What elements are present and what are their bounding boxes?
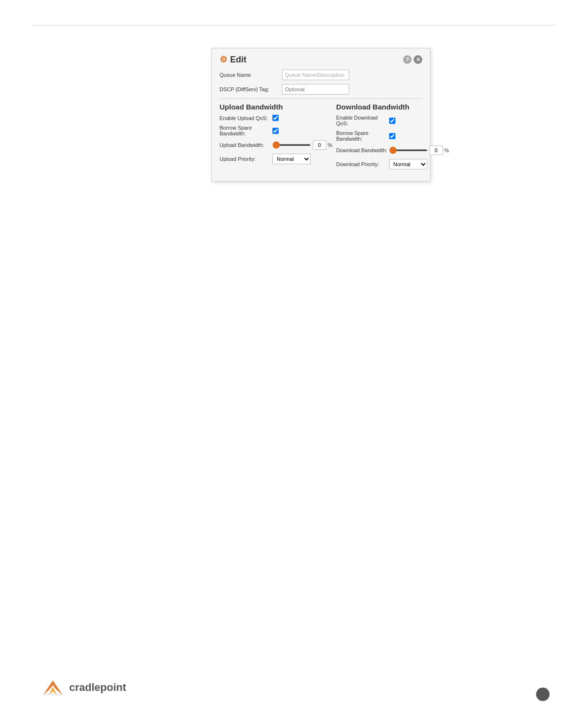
download-bandwidth-row: Download Bandwidth: 0 % <box>336 145 449 155</box>
cradlepoint-logo-icon <box>38 678 67 697</box>
modal-header: ⚙ Edit ? ✕ <box>220 54 422 65</box>
upload-bandwidth-label: Upload Bandwidth: <box>220 142 272 148</box>
enable-upload-qos-row: Enable Upload QoS: <box>220 115 332 121</box>
queue-name-row: Queue Name <box>220 70 422 80</box>
gear-icon: ⚙ <box>220 54 227 65</box>
download-priority-select[interactable]: Normal High Low <box>389 159 428 169</box>
download-borrow-checkbox[interactable] <box>389 133 395 139</box>
dscp-label: DSCP (DiffServ) Tag: <box>220 86 282 92</box>
enable-upload-qos-checkbox[interactable] <box>272 115 279 121</box>
upload-priority-select[interactable]: Normal High Low <box>272 154 311 164</box>
upload-bandwidth-row: Upload Bandwidth: 0 % <box>220 140 332 150</box>
dscp-input[interactable] <box>282 84 349 95</box>
bandwidth-columns: Upload Bandwidth Enable Upload QoS: Borr… <box>220 103 422 173</box>
download-column: Download Bandwidth Enable Download QoS: … <box>336 103 449 173</box>
download-borrow-row: Borrow Spare Bandwidth: <box>336 130 449 142</box>
top-divider <box>33 25 555 25</box>
download-bandwidth-percent: % <box>444 147 449 153</box>
upload-borrow-checkbox[interactable] <box>272 128 279 134</box>
close-button[interactable]: ✕ <box>414 55 422 64</box>
queue-name-input[interactable] <box>282 70 349 80</box>
dscp-row: DSCP (DiffServ) Tag: <box>220 84 422 95</box>
modal-title-text: Edit <box>230 55 246 65</box>
logo-area: cradlepoint <box>38 678 126 697</box>
upload-borrow-label: Borrow Spare Bandwidth: <box>220 125 272 136</box>
upload-bandwidth-value[interactable]: 0 <box>313 140 326 150</box>
section-divider <box>220 98 422 99</box>
enable-download-qos-checkbox[interactable] <box>389 118 395 124</box>
help-button[interactable]: ? <box>403 55 412 64</box>
enable-upload-qos-label: Enable Upload QoS: <box>220 115 272 121</box>
header-icons: ? ✕ <box>403 55 422 64</box>
upload-bandwidth-slider[interactable] <box>272 144 311 146</box>
enable-download-qos-row: Enable Download QoS: <box>336 115 449 126</box>
edit-modal: ⚙ Edit ? ✕ Queue Name DSCP (DiffServ) Ta… <box>211 48 430 182</box>
logo-text: cradlepoint <box>69 681 126 694</box>
upload-priority-row: Upload Priority: Normal High Low <box>220 154 332 164</box>
upload-bandwidth-percent: % <box>328 142 332 148</box>
download-section-title: Download Bandwidth <box>336 103 449 111</box>
download-bandwidth-label: Download Bandwidth: <box>336 147 389 153</box>
bottom-circle-indicator <box>536 688 550 701</box>
upload-priority-label: Upload Priority: <box>220 156 272 162</box>
download-bandwidth-value[interactable]: 0 <box>429 145 443 155</box>
download-priority-label: Download Priority: <box>336 161 389 167</box>
download-borrow-label: Borrow Spare Bandwidth: <box>336 130 389 142</box>
download-bandwidth-slider[interactable] <box>389 149 428 151</box>
queue-name-label: Queue Name <box>220 72 282 78</box>
modal-title: ⚙ Edit <box>220 54 246 65</box>
download-priority-row: Download Priority: Normal High Low <box>336 159 449 169</box>
upload-column: Upload Bandwidth Enable Upload QoS: Borr… <box>220 103 332 173</box>
upload-borrow-row: Borrow Spare Bandwidth: <box>220 125 332 136</box>
upload-section-title: Upload Bandwidth <box>220 103 332 111</box>
enable-download-qos-label: Enable Download QoS: <box>336 115 389 126</box>
